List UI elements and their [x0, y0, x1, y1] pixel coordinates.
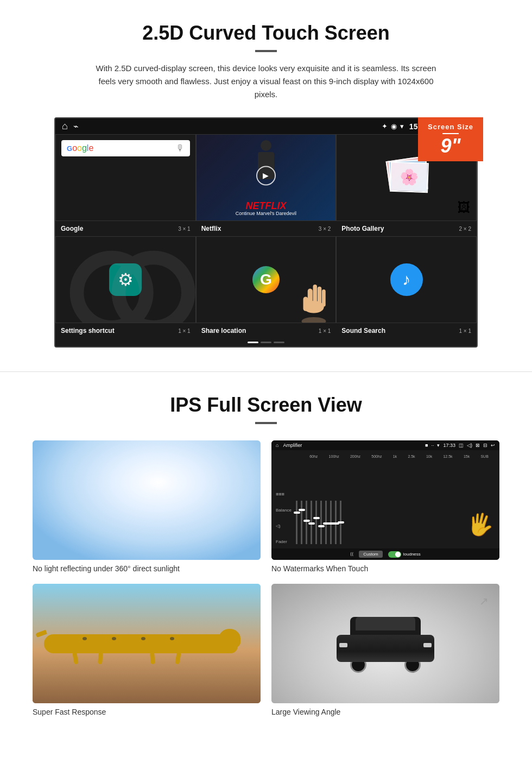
- app-grid-bottom: ⚙ G: [55, 236, 477, 323]
- freq-12k5: 12.5k: [443, 455, 452, 458]
- music-note-icon[interactable]: ♪: [390, 263, 423, 296]
- image-card-amplifier: ⌂ Amplifier ■ ·· ▾ 17:33 ◫ ◁) ⊠ ⊟ ↩: [271, 440, 499, 573]
- badge-size: 9": [428, 136, 473, 156]
- amp-label-balance: Balance: [276, 508, 292, 513]
- freq-2k5: 2.5k: [408, 455, 415, 458]
- label-sound-grid: 1 × 1: [459, 328, 471, 334]
- caption-car: Large Viewing Angle: [271, 708, 499, 716]
- netflix-logo: NETFLIX: [202, 201, 331, 211]
- eq-bars: [296, 501, 495, 544]
- freq-200: 200hz: [350, 455, 360, 458]
- freq-60: 60hz: [309, 455, 318, 458]
- amp-label-speaker: ◁): [276, 523, 292, 528]
- section-divider: [0, 371, 532, 372]
- mic-icon[interactable]: 🎙: [176, 143, 185, 153]
- section1-description: With 2.5D curved-display screen, this de…: [90, 62, 442, 101]
- label-cell-settings: Settings shortcut 1 × 1: [55, 325, 196, 336]
- app-cell-sound[interactable]: ♪: [336, 236, 477, 323]
- eq-bar-6: [320, 501, 322, 544]
- status-bar: ⌂ ⌁ ✦ ◉ ▾ 15:06 ◫ ◁) ⊠ ⊟: [55, 118, 477, 134]
- google-search-bar[interactable]: Google 🎙: [61, 140, 190, 156]
- freq-sub: SUB: [480, 455, 488, 458]
- hand-pointer-icon: [295, 276, 333, 323]
- amp-title: Amplifier: [283, 443, 302, 448]
- image-cheetah: [33, 584, 261, 703]
- app-cell-share[interactable]: G: [196, 236, 337, 323]
- badge-line: [442, 133, 459, 134]
- car-shape: [331, 615, 440, 673]
- dot-1: [248, 342, 258, 343]
- amp-vol-icon: ◁): [467, 443, 472, 448]
- amp-header: ⌂ Amplifier ■ ·· ▾ 17:33 ◫ ◁) ⊠ ⊟ ↩: [271, 440, 499, 450]
- amp-min-icon: ⊟: [483, 443, 487, 448]
- app-grid-top: Google 🎙 ▶ NETFLIX C: [55, 134, 477, 221]
- image-card-car: ↗ Large Viewing Angle: [271, 584, 499, 716]
- app-cell-netflix[interactable]: ▶ NETFLIX Continue Marvel's Daredevil: [196, 134, 337, 221]
- section-curved-touch: 2.5D Curved Touch Screen With 2.5D curve…: [0, 0, 532, 366]
- eq-bar-4: [311, 501, 312, 544]
- home-icon[interactable]: ⌂: [62, 121, 68, 132]
- amp-wifi-icon: ▾: [437, 443, 440, 448]
- label-google-grid: 3 × 1: [178, 226, 191, 232]
- eq-bar-10: [340, 501, 341, 544]
- photo-stack: 🌸: [385, 156, 428, 199]
- dot-2: [261, 342, 271, 343]
- image-amplifier: ⌂ Amplifier ■ ·· ▾ 17:33 ◫ ◁) ⊠ ⊟ ↩: [271, 440, 499, 560]
- progress-dots: [55, 338, 477, 346]
- label-google-name: Google: [61, 225, 83, 232]
- app-cell-google[interactable]: Google 🎙: [55, 134, 196, 221]
- car-body: [337, 635, 434, 662]
- caption-cheetah: Super Fast Response: [33, 708, 261, 716]
- eq-bar-5: [315, 501, 317, 544]
- photo-card-3: 🌸: [390, 162, 429, 193]
- section1-title: 2.5D Curved Touch Screen: [33, 22, 499, 45]
- image-card-sunlight: No light reflecting under 360° direct su…: [33, 440, 261, 573]
- eq-bar-3: [306, 501, 307, 544]
- label-cell-share: Share location 1 × 1: [196, 325, 337, 336]
- freq-500: 500hz: [371, 455, 382, 458]
- label-gallery-grid: 2 × 2: [459, 226, 471, 232]
- title-underline: [255, 50, 277, 52]
- label-settings-grid: 1 × 1: [178, 328, 191, 334]
- netflix-subtitle: Continue Marvel's Daredevil: [202, 211, 331, 216]
- label-cell-sound: Sound Search 1 × 1: [336, 325, 477, 336]
- caption-sunlight: No light reflecting under 360° direct su…: [33, 564, 261, 573]
- label-share-name: Share location: [201, 327, 246, 335]
- signal-icon: ◉: [391, 122, 397, 130]
- image-grid: No light reflecting under 360° direct su…: [33, 440, 499, 716]
- freq-10k: 10k: [426, 455, 432, 458]
- label-cell-google: Google 3 × 1: [55, 223, 196, 234]
- label-settings-name: Settings shortcut: [61, 327, 115, 335]
- app-cell-settings[interactable]: ⚙: [55, 236, 196, 323]
- label-netflix-name: Netflix: [201, 225, 221, 232]
- amp-footer: ⟨⟨ Custom loudness: [271, 548, 499, 560]
- svg-point-1: [118, 257, 188, 323]
- loudness-toggle[interactable]: loudness: [388, 551, 421, 558]
- loudness-label: loudness: [403, 552, 421, 557]
- amp-home-icon: ⌂: [276, 443, 278, 448]
- screen-size-badge: Screen Size 9": [418, 117, 483, 161]
- amp-label-eq: ≡≡≡: [276, 491, 292, 497]
- eq-bar-2: [301, 501, 302, 544]
- label-row-2: Settings shortcut 1 × 1 Share location 1…: [55, 323, 477, 338]
- section-ips: IPS Full Screen View No light reflecting…: [0, 377, 532, 727]
- device-wrapper: Screen Size 9" ⌂ ⌁ ✦ ◉ ▾ 15:06 ◫ ◁) ⊠ ⊟: [54, 117, 478, 348]
- ghost-circles: [56, 237, 195, 323]
- image-car: ↗: [271, 584, 499, 703]
- custom-button[interactable]: Custom: [359, 551, 383, 558]
- amp-left-labels: ≡≡≡ Balance ◁) Fader: [276, 491, 294, 544]
- amp-time: 17:33: [443, 443, 455, 448]
- eq-bar-8: [330, 501, 332, 544]
- eq-bar-1: [296, 501, 297, 544]
- badge-label: Screen Size: [428, 123, 473, 131]
- google-g-icon: G: [252, 266, 280, 293]
- section2-title: IPS Full Screen View: [33, 394, 499, 417]
- eq-bar-7: [325, 501, 327, 544]
- image-sunlight: [33, 440, 261, 560]
- google-logo: Google: [67, 143, 93, 153]
- label-row-1: Google 3 × 1 Netflix 3 × 2 Photo Gallery…: [55, 221, 477, 236]
- amp-signal-icon: ··: [431, 443, 434, 448]
- amp-back-icon: ↩: [491, 443, 495, 448]
- gallery-icon: 🖼: [458, 200, 471, 215]
- dot-3: [274, 342, 284, 343]
